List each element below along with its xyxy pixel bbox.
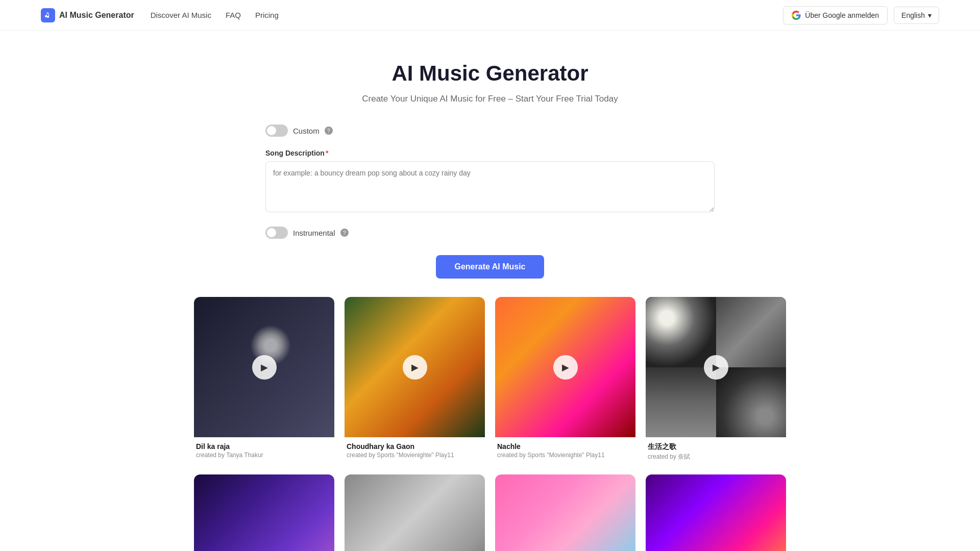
logo-icon	[41, 8, 55, 22]
generate-button[interactable]: Generate AI Music	[436, 255, 544, 279]
custom-toggle-slider	[265, 124, 288, 137]
music-card[interactable]: ▶ Dil ka raja created by Tanya Thakur	[194, 297, 334, 464]
card-image-8	[646, 474, 786, 551]
card-creator: created by Sports "Movienighte" Play11	[347, 452, 483, 459]
generate-button-wrap: Generate AI Music	[0, 255, 980, 279]
play-button[interactable]: ▶	[403, 355, 427, 380]
hero-section: AI Music Generator Create Your Unique AI…	[0, 31, 980, 124]
logo-text: AI Music Generator	[59, 11, 134, 20]
language-selector-button[interactable]: English ▾	[894, 7, 939, 24]
chevron-down-icon: ▾	[928, 11, 932, 19]
music-card[interactable]	[345, 474, 485, 551]
hero-title: AI Music Generator	[10, 61, 970, 86]
card-creator: created by Sports "Movienighte" Play11	[497, 452, 633, 459]
navbar-right: Über Google anmelden English ▾	[783, 6, 939, 24]
song-description-input[interactable]	[265, 161, 715, 212]
card-title: Choudhary ka Gaon	[347, 442, 483, 450]
card-creator: created by 奈賦	[648, 453, 784, 461]
nav-discover[interactable]: Discover AI Music	[151, 11, 211, 19]
nav-faq[interactable]: FAQ	[226, 11, 241, 19]
music-card[interactable]: ▶ Choudhary ka Gaon created by Sports "M…	[345, 297, 485, 464]
quadrant-1	[646, 297, 716, 367]
music-card[interactable]	[194, 474, 334, 551]
card-thumbnail	[495, 474, 635, 551]
play-button[interactable]: ▶	[252, 355, 277, 380]
card-thumbnail: ▶	[495, 297, 635, 437]
google-icon	[792, 11, 801, 20]
navbar: AI Music Generator Discover AI Music FAQ…	[0, 0, 980, 31]
card-image-6	[345, 474, 485, 551]
music-card[interactable]	[646, 474, 786, 551]
music-card[interactable]: ▶ 生活之歌 created by 奈賦	[646, 297, 786, 464]
instrumental-info-icon[interactable]: ?	[340, 229, 349, 237]
custom-info-icon[interactable]: ?	[325, 127, 333, 135]
language-label: English	[901, 11, 925, 19]
card-thumbnail: ▶	[345, 297, 485, 437]
card-info: 生活之歌 created by 奈賦	[646, 437, 786, 464]
instrumental-toggle[interactable]	[265, 227, 288, 239]
instrumental-label: Instrumental	[293, 229, 335, 237]
card-image-7	[495, 474, 635, 551]
music-card[interactable]: ▶ Nachle created by Sports "Movienighte"…	[495, 297, 635, 464]
card-thumbnail: ▶	[646, 297, 786, 437]
card-image-5	[194, 474, 334, 551]
card-info: Nachle created by Sports "Movienighte" P…	[495, 437, 635, 462]
card-thumbnail	[194, 474, 334, 551]
card-thumbnail: ▶	[194, 297, 334, 437]
card-thumbnail	[646, 474, 786, 551]
play-button[interactable]: ▶	[553, 355, 578, 380]
google-login-text: Über Google anmelden	[805, 11, 879, 19]
card-title: Dil ka raja	[196, 442, 332, 450]
nav-pricing[interactable]: Pricing	[255, 11, 279, 19]
instrumental-toggle-row: Instrumental ?	[265, 227, 715, 239]
card-title: Nachle	[497, 442, 633, 450]
google-login-button[interactable]: Über Google anmelden	[783, 6, 888, 24]
quadrant-4	[716, 367, 787, 438]
card-thumbnail	[345, 474, 485, 551]
card-title: 生活之歌	[648, 442, 784, 452]
custom-toggle-row: Custom ?	[265, 124, 715, 137]
quadrant-2	[716, 297, 787, 367]
navbar-links: Discover AI Music FAQ Pricing	[151, 11, 783, 19]
custom-toggle[interactable]	[265, 124, 288, 137]
form-section: Custom ? Song Description* Instrumental …	[255, 124, 725, 239]
card-creator: created by Tanya Thakur	[196, 452, 332, 459]
music-grid: ▶ Dil ka raja created by Tanya Thakur ▶ …	[184, 297, 796, 551]
logo-link[interactable]: AI Music Generator	[41, 8, 134, 22]
custom-label: Custom	[293, 127, 320, 135]
play-button[interactable]: ▶	[704, 355, 728, 380]
hero-subtitle: Create Your Unique AI Music for Free – S…	[10, 94, 970, 104]
music-card[interactable]	[495, 474, 635, 551]
card-info: Choudhary ka Gaon created by Sports "Mov…	[345, 437, 485, 462]
song-description-field: Song Description*	[265, 149, 715, 214]
song-description-label: Song Description*	[265, 149, 715, 157]
card-info: Dil ka raja created by Tanya Thakur	[194, 437, 334, 462]
instrumental-toggle-slider	[265, 227, 288, 239]
quadrant-3	[646, 367, 716, 438]
